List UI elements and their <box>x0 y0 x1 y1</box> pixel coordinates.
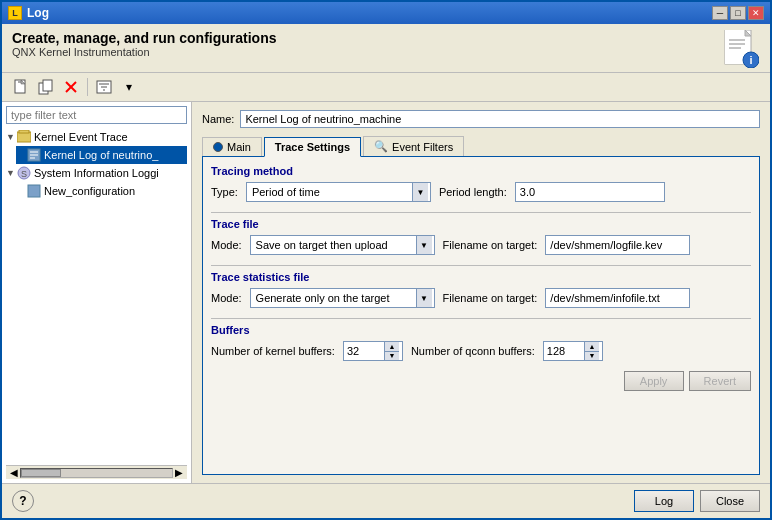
main-content: ▼ Kernel Event Trace Kernel Log of neutr… <box>2 102 770 483</box>
copy-config-button[interactable] <box>35 76 57 98</box>
stats-mode-select[interactable]: Generate only on the target ▼ <box>250 288 435 308</box>
main-tab-radio <box>213 142 223 152</box>
kernel-buffers-label: Number of kernel buffers: <box>211 345 335 357</box>
scroll-right-button[interactable]: ▶ <box>173 467 185 478</box>
expand-arrow-system: ▼ <box>6 168 16 178</box>
buffers-section: Buffers Number of kernel buffers: 32 ▲ ▼… <box>211 324 751 361</box>
kernel-buffers-up[interactable]: ▲ <box>385 342 399 352</box>
kernel-event-trace-icon <box>16 129 32 145</box>
kernel-event-trace-label: Kernel Event Trace <box>34 131 128 143</box>
apply-button[interactable]: Apply <box>624 371 684 391</box>
title-bar: L Log ─ □ ✕ <box>2 2 770 24</box>
tab-main-label: Main <box>227 141 251 153</box>
qconn-buffers-value: 128 <box>544 342 584 360</box>
trace-file-section: Trace file Mode: Save on target then upl… <box>211 218 751 255</box>
dropdown-button[interactable]: ▾ <box>118 76 140 98</box>
svg-rect-28 <box>28 185 40 197</box>
svg-rect-21 <box>19 130 29 133</box>
window-header: Create, manage, and run configurations Q… <box>2 24 770 73</box>
title-bar-controls: ─ □ ✕ <box>712 6 764 20</box>
maximize-button[interactable]: □ <box>730 6 746 20</box>
trace-stats-section: Trace statistics file Mode: Generate onl… <box>211 271 751 308</box>
svg-text:S: S <box>21 169 27 179</box>
kernel-log-label: Kernel Log of neutrino_ <box>44 149 158 161</box>
name-row: Name: <box>202 110 760 128</box>
window-title: Log <box>27 6 49 20</box>
tab-event-filters-icon: 🔍 <box>374 140 388 153</box>
filter-input[interactable] <box>6 106 187 124</box>
revert-button[interactable]: Revert <box>689 371 751 391</box>
config-tree: ▼ Kernel Event Trace Kernel Log of neutr… <box>6 128 187 465</box>
expand-arrow-new <box>16 186 26 196</box>
tabs: Main Trace Settings 🔍 Event Filters <box>202 136 760 156</box>
kernel-buffers-down[interactable]: ▼ <box>385 352 399 361</box>
title-bar-left: L Log <box>8 6 49 20</box>
buffers-row: Number of kernel buffers: 32 ▲ ▼ Number … <box>211 341 751 361</box>
scroll-track[interactable] <box>20 468 173 478</box>
new-config-button[interactable] <box>10 76 32 98</box>
tracing-method-section: Tracing method Type: Period of time ▼ Pe… <box>211 165 751 202</box>
tab-trace-settings[interactable]: Trace Settings <box>264 137 361 157</box>
type-row: Type: Period of time ▼ Period length: <box>211 182 751 202</box>
type-select-text: Period of time <box>249 186 412 198</box>
header-document-icon: i <box>722 30 760 68</box>
tree-item-kernel-event-trace[interactable]: ▼ Kernel Event Trace <box>6 128 187 146</box>
stats-mode-select-text: Generate only on the target <box>253 292 416 304</box>
stats-mode-select-arrow[interactable]: ▼ <box>416 289 432 307</box>
qconn-buffers-up[interactable]: ▲ <box>585 342 599 352</box>
mode-label: Mode: <box>211 239 242 251</box>
expand-arrow: ▼ <box>6 132 16 142</box>
delete-config-button[interactable] <box>60 76 82 98</box>
kernel-buffers-spinner[interactable]: 32 ▲ ▼ <box>343 341 403 361</box>
divider-3 <box>211 318 751 319</box>
kernel-buffers-value: 32 <box>344 342 384 360</box>
help-area: ? <box>12 490 628 512</box>
tree-item-kernel-log[interactable]: Kernel Log of neutrino_ <box>16 146 187 164</box>
filename-target-input[interactable] <box>545 235 690 255</box>
minimize-button[interactable]: ─ <box>712 6 728 20</box>
type-select-arrow[interactable]: ▼ <box>412 183 428 201</box>
tracing-method-title: Tracing method <box>211 165 751 177</box>
period-length-label: Period length: <box>439 186 507 198</box>
log-button[interactable]: Log <box>634 490 694 512</box>
new-config-tree-icon <box>26 183 42 199</box>
bottom-bar: ? Log Close <box>2 483 770 518</box>
scroll-left-button[interactable]: ◀ <box>8 467 20 478</box>
period-length-input[interactable] <box>515 182 665 202</box>
mode-select-text: Save on target then upload <box>253 239 416 251</box>
kernel-buffers-spinner-btns: ▲ ▼ <box>384 342 399 360</box>
type-select[interactable]: Period of time ▼ <box>246 182 431 202</box>
qconn-buffers-down[interactable]: ▼ <box>585 352 599 361</box>
tree-item-new-config[interactable]: New_configuration <box>16 182 187 200</box>
window-icon: L <box>8 6 22 20</box>
qconn-buffers-label: Number of qconn buffers: <box>411 345 535 357</box>
tab-event-filters[interactable]: 🔍 Event Filters <box>363 136 464 156</box>
window-header-subtitle: QNX Kernel Instrumentation <box>12 46 277 58</box>
system-info-label: System Information Loggi <box>34 167 159 179</box>
trace-file-title: Trace file <box>211 218 751 230</box>
left-panel-scrollbar[interactable]: ◀ ▶ <box>6 465 187 479</box>
mode-select[interactable]: Save on target then upload ▼ <box>250 235 435 255</box>
filter-button[interactable] <box>93 76 115 98</box>
svg-text:i: i <box>749 54 752 66</box>
stats-filename-input[interactable] <box>545 288 690 308</box>
toolbar-separator <box>87 78 88 96</box>
name-input[interactable] <box>240 110 760 128</box>
main-window: L Log ─ □ ✕ Create, manage, and run conf… <box>0 0 772 520</box>
tab-trace-settings-label: Trace Settings <box>275 141 350 153</box>
tab-main[interactable]: Main <box>202 137 262 156</box>
qconn-buffers-spinner-btns: ▲ ▼ <box>584 342 599 360</box>
tab-content: Tracing method Type: Period of time ▼ Pe… <box>202 156 760 475</box>
window-header-title: Create, manage, and run configurations <box>12 30 277 46</box>
svg-rect-13 <box>43 80 52 91</box>
help-button[interactable]: ? <box>12 490 34 512</box>
close-window-button[interactable]: ✕ <box>748 6 764 20</box>
tree-item-system-info[interactable]: ▼ S System Information Loggi <box>6 164 187 182</box>
close-button[interactable]: Close <box>700 490 760 512</box>
stats-mode-row: Mode: Generate only on the target ▼ File… <box>211 288 751 308</box>
mode-select-arrow[interactable]: ▼ <box>416 236 432 254</box>
scroll-thumb[interactable] <box>21 469 61 477</box>
svg-rect-1 <box>725 30 745 64</box>
qconn-buffers-spinner[interactable]: 128 ▲ ▼ <box>543 341 603 361</box>
mode-row: Mode: Save on target then upload ▼ Filen… <box>211 235 751 255</box>
